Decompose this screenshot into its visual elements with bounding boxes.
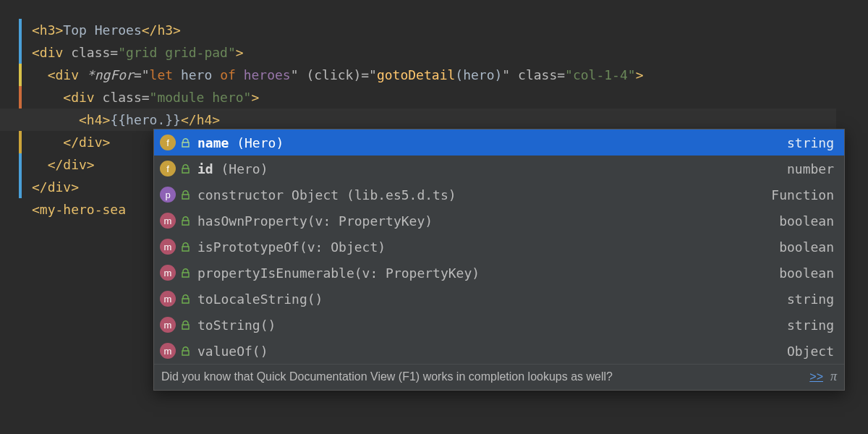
visibility-lock-icon: [180, 216, 190, 226]
completion-type: Object: [787, 344, 834, 359]
completion-item[interactable]: pconstructor Object (lib.es5.d.ts)Functi…: [154, 182, 844, 208]
completion-label: id (Hero): [197, 161, 268, 176]
visibility-lock-icon: [180, 242, 190, 252]
completion-item[interactable]: fname (Hero)string: [154, 129, 844, 156]
completion-type: Function: [771, 187, 834, 203]
completion-type: string: [787, 318, 834, 333]
completion-item[interactable]: fid (Hero)number: [154, 156, 844, 182]
completion-label: constructor Object (lib.es5.d.ts): [197, 187, 456, 203]
completion-type: boolean: [779, 239, 834, 255]
visibility-lock-icon: [180, 164, 190, 174]
completion-type: boolean: [779, 265, 834, 281]
code-line: <div class="module hero">: [32, 86, 868, 109]
completion-type: string: [787, 292, 834, 307]
completion-item[interactable]: mvalueOf()Object: [154, 338, 844, 364]
method-icon: m: [160, 317, 176, 333]
completion-item[interactable]: mtoLocaleString()string: [154, 286, 844, 312]
completion-label: hasOwnProperty(v: PropertyKey): [197, 213, 433, 229]
field-icon: f: [160, 161, 176, 176]
code-line: <div *ngFor="let hero of heroes" (click)…: [32, 64, 868, 86]
method-icon: m: [160, 239, 176, 255]
completion-type: number: [787, 161, 834, 176]
method-icon: m: [160, 291, 176, 307]
visibility-lock-icon: [180, 190, 190, 200]
visibility-lock-icon: [180, 346, 190, 356]
code-line-current: <h4>{{hero.}}</h4>: [0, 109, 836, 131]
completion-label: name (Hero): [197, 135, 284, 150]
completion-label: toString(): [197, 318, 276, 333]
completion-item[interactable]: mpropertyIsEnumerable(v: PropertyKey)boo…: [154, 260, 844, 286]
pi-icon[interactable]: π: [830, 369, 837, 384]
property-icon: p: [160, 187, 176, 203]
completion-list[interactable]: fname (Hero)stringfid (Hero)numberpconst…: [154, 129, 844, 364]
code-line: <h3>Top Heroes</h3>: [32, 19, 868, 41]
visibility-lock-icon: [180, 320, 190, 330]
completion-label: toLocaleString(): [197, 292, 323, 307]
completion-tip: Did you know that Quick Documentation Vi…: [154, 364, 844, 390]
tip-more-link[interactable]: >>: [809, 370, 823, 383]
completion-item[interactable]: mtoString()string: [154, 312, 844, 338]
completion-label: valueOf(): [197, 344, 268, 359]
change-gutter: [19, 19, 22, 434]
method-icon: m: [160, 265, 176, 281]
completion-item[interactable]: misPrototypeOf(v: Object)boolean: [154, 234, 844, 260]
completion-label: isPrototypeOf(v: Object): [197, 239, 386, 255]
visibility-lock-icon: [180, 294, 190, 304]
completion-item[interactable]: mhasOwnProperty(v: PropertyKey)boolean: [154, 208, 844, 234]
completion-label: propertyIsEnumerable(v: PropertyKey): [197, 265, 480, 281]
visibility-lock-icon: [180, 138, 190, 148]
method-icon: m: [160, 343, 176, 359]
visibility-lock-icon: [180, 268, 190, 278]
code-line: <div class="grid grid-pad">: [32, 41, 868, 64]
tip-text: Did you know that Quick Documentation Vi…: [161, 370, 613, 383]
field-icon: f: [160, 135, 176, 150]
method-icon: m: [160, 213, 176, 229]
completion-type: string: [787, 135, 834, 150]
completion-type: boolean: [779, 213, 834, 229]
code-completion-popup[interactable]: fname (Hero)stringfid (Hero)numberpconst…: [153, 129, 845, 391]
